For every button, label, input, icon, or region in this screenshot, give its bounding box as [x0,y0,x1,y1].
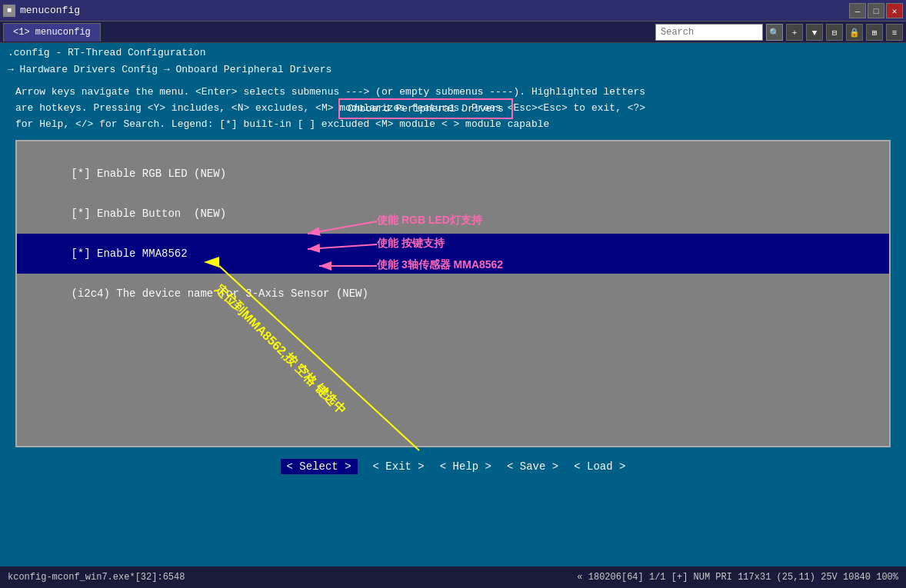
exit-button[interactable]: < Exit > [373,460,425,473]
annotation-rgb-led-cn: 使能 RGB LED灯支持 [377,214,482,228]
search-button[interactable]: 🔍 [766,24,783,41]
select-button[interactable]: < Select > [281,459,358,474]
annotation-button-cn: 使能 按键支持 [377,237,445,251]
layout-icon-button[interactable]: ⊟ [826,24,843,41]
search-input[interactable] [655,24,763,41]
breadcrumb-path-text: → Hardware Drivers Config → Onboard Peri… [8,64,331,75]
save-button[interactable]: < Save > [507,460,558,473]
menu-box[interactable]: [*] Enable RGB LED (NEW) [*] Enable Butt… [15,140,891,447]
help-button[interactable]: < Help > [440,460,491,473]
menu-icon-button[interactable]: ≡ [886,24,903,41]
search-area: 🔍 + ▼ ⊟ 🔒 ⊞ ≡ [655,24,903,41]
maximize-button[interactable]: □ [868,3,884,18]
load-button[interactable]: < Load > [574,460,625,473]
tab-bar: <1> menuconfig 🔍 + ▼ ⊟ 🔒 ⊞ ≡ [0,22,906,43]
status-bar: kconfig-mconf_win7.exe*[32]:6548 « 18020… [0,566,906,588]
status-right: « 180206[64] 1/1 [+] NUM PRI 117x31 (25,… [577,572,898,583]
config-title: .config - RT-Thread Configuration [8,47,205,58]
highlighted-label: Highlighted [531,86,598,98]
help-line-3: for Help, </> for Search. Legend: [*] bu… [15,117,891,133]
annotation-mma8562-cn: 使能 3轴传感器 MMA8562 [377,258,503,272]
close-button[interactable]: ✕ [886,3,903,18]
breadcrumb-path: → Hardware Drivers Config → Onboard Peri… [0,61,906,80]
help-text-block: Arrow keys navigate the menu. <Enter> se… [0,80,906,137]
bottom-bar: < Select > < Exit > < Help > < Save > < … [0,450,906,483]
status-left: kconfig-mconf_win7.exe*[32]:6548 [8,572,185,583]
app-icon: ■ [3,5,15,17]
minimize-button[interactable]: — [849,3,866,18]
dropdown-icon-button[interactable]: ▼ [806,24,823,41]
help-line-1: Arrow keys navigate the menu. <Enter> se… [15,85,891,101]
lock-icon-button[interactable]: 🔒 [846,24,863,41]
title-bar-left: ■ menuconfig [3,5,80,17]
title-bar-title: menuconfig [20,5,80,16]
tab-menuconfig[interactable]: <1> menuconfig [3,23,101,42]
menu-item-rgb-led[interactable]: [*] Enable RGB LED (NEW) [17,154,889,194]
breadcrumb-config: .config - RT-Thread Configuration [0,43,906,61]
title-bar-controls[interactable]: — □ ✕ [849,3,903,18]
main-content: .config - RT-Thread Configuration → Hard… [0,43,906,566]
panel-icon-button[interactable]: ⊞ [866,24,883,41]
help-line-2: are hotkeys. Pressing <Y> includes, <N> … [15,101,891,117]
add-icon-button[interactable]: + [786,24,803,41]
menu-item-i2c4[interactable]: (i2c4) The device name for 3-Axis Sensor… [17,274,889,314]
pressing-label: Pressing [93,102,141,114]
title-bar: ■ menuconfig — □ ✕ [0,0,906,22]
